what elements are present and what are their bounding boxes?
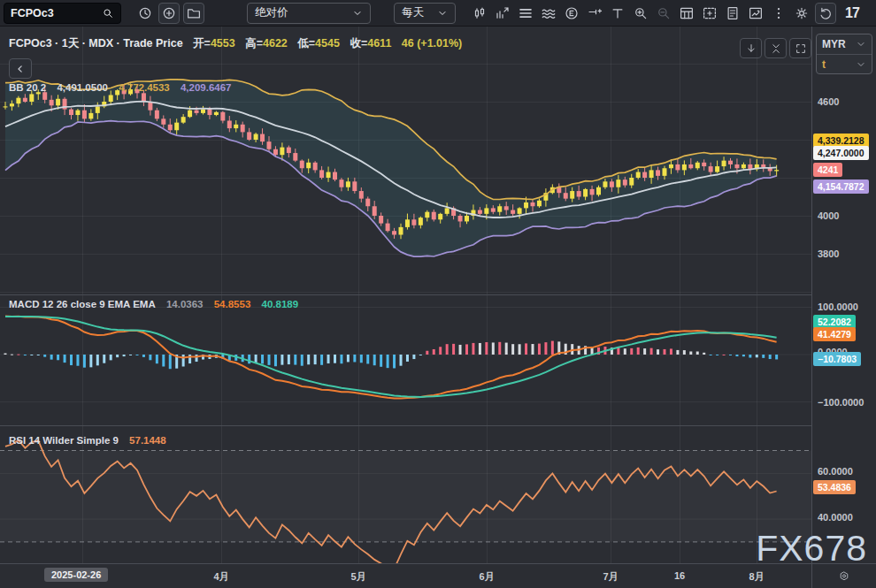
bb-legend[interactable]: BB 20 2 4,491.0500 4,772.4533 4,209.6467 [9, 82, 239, 93]
price-axis-badge: 4241 [813, 163, 842, 177]
zoom-out-button[interactable] [654, 4, 673, 23]
crosshair-date-badge: 2025-02-26 [44, 568, 108, 582]
time-axis-label: 8月 [749, 570, 764, 584]
maximize-button[interactable] [789, 38, 811, 58]
rsi-value: 57.1448 [129, 435, 166, 446]
chart-export-button[interactable] [746, 4, 765, 23]
folder-icon [186, 5, 202, 21]
macd-axis-badge: −10.7803 [813, 352, 861, 366]
chevron-down-icon [856, 59, 866, 70]
rsi-legend-name: RSI 14 Wilder Simple 9 [9, 435, 119, 446]
collapse-button[interactable] [765, 38, 787, 58]
toolbar-right-buttons [468, 3, 838, 24]
price-tick: 3800 [818, 248, 839, 260]
candles-icon [472, 5, 488, 21]
time-axis-label: 7月 [603, 570, 618, 584]
rsi-legend[interactable]: RSI 14 Wilder Simple 9 57.1448 [9, 435, 174, 446]
chart-region: FCPOc3 · 1天 · MDX · Trade Price 开=4553 高… [0, 27, 876, 588]
clock-icon [137, 5, 153, 21]
bb-lower-value: 4,209.6467 [181, 82, 232, 93]
back-button[interactable] [9, 58, 32, 79]
search-icon [102, 7, 114, 19]
price-mode-value: 绝对价 [255, 5, 288, 20]
circle-e-button[interactable] [562, 4, 581, 23]
chevron-down-icon [352, 8, 363, 19]
macd-legend[interactable]: MACD 12 26 close 9 EMA EMA 14.0363 54.85… [9, 299, 306, 309]
time-axis-label: 5月 [350, 570, 365, 584]
bb-basis-value: 4,491.0500 [57, 82, 108, 93]
pane-buttons [740, 38, 814, 58]
alert-add-button[interactable] [585, 4, 604, 23]
time-axis-label: 16 [674, 570, 685, 581]
low-label: 低= [297, 37, 315, 50]
close-label: 收= [350, 37, 367, 50]
macd-axis-badge: 41.4279 [813, 327, 856, 341]
arrow-down-button[interactable] [740, 38, 762, 58]
text-tool-button[interactable] [608, 4, 627, 23]
price-tick: 4000 [818, 210, 839, 222]
currency-select[interactable]: MYR [817, 34, 872, 54]
layers-icon [518, 5, 534, 21]
price-axis-badge: 4,154.7872 [813, 179, 869, 194]
plus-circle-button[interactable] [158, 3, 180, 24]
macd-line-value: 54.8553 [214, 299, 251, 309]
rsi-tick: 60.0000 [818, 465, 853, 477]
zoom-out-icon [656, 5, 672, 21]
more-dots-button[interactable] [769, 4, 788, 23]
compare-icon [495, 5, 511, 21]
folder-button[interactable] [183, 3, 204, 24]
indicators-waves-button[interactable] [539, 4, 558, 23]
tradingview-logo[interactable]: 17 [845, 5, 859, 21]
close-value: 4611 [367, 37, 391, 50]
change-value: 46 (+1.01%) [402, 37, 462, 50]
chevron-down-icon [856, 39, 866, 50]
bb-legend-name: BB 20 2 [9, 82, 46, 93]
macd-tick: 100.0000 [818, 301, 858, 313]
symbol-info-row[interactable]: FCPOc3 · 1天 · MDX · Trade Price 开=4553 高… [9, 36, 462, 51]
macd-signal-value: 40.8189 [262, 299, 299, 309]
chevron-down-icon [437, 8, 448, 19]
chart-export-icon [748, 5, 764, 21]
undo-icon [818, 5, 834, 21]
symbol-search-value: FCPOc3 [11, 7, 54, 19]
time-axis-label: 4月 [213, 570, 228, 584]
price-axis[interactable]: MYR t 460040003800100.00000.0000−100.000… [811, 27, 876, 563]
zoom-in-button[interactable] [631, 4, 650, 23]
trading-app: FCPOc3 绝对价 每天 17 FCPOc3 · 1天 · MDX · Tra… [0, 0, 876, 588]
symbol-search[interactable]: FCPOc3 [4, 3, 121, 24]
interval-select[interactable]: 每天 [394, 3, 456, 24]
price-tick: 4600 [818, 95, 839, 108]
macd-legend-name: MACD 12 26 close 9 EMA EMA [9, 299, 156, 309]
table-icon [679, 5, 695, 21]
open-value: 4553 [211, 37, 235, 50]
candles-button[interactable] [470, 4, 489, 23]
maximize-icon [795, 42, 807, 55]
currency-unit-selector[interactable]: MYR t [816, 34, 872, 74]
layers-button[interactable] [516, 4, 535, 23]
publish-button[interactable] [723, 4, 742, 23]
macd-hist-value: 14.0363 [166, 299, 204, 309]
circle-e-icon [564, 5, 580, 21]
axis-settings-icon [838, 570, 850, 583]
clock-button[interactable] [135, 4, 155, 23]
arrow-down-icon [745, 42, 757, 55]
macd-tick: −100.0000 [818, 396, 864, 409]
currency-value: MYR [822, 38, 846, 50]
plus-circle-icon [161, 5, 177, 21]
table-button[interactable] [677, 4, 696, 23]
collapse-icon [770, 42, 782, 55]
bb-upper-value: 4,772.4533 [119, 82, 170, 93]
high-value: 4622 [263, 37, 288, 50]
settings-gear-button[interactable] [792, 4, 811, 23]
publish-icon [725, 5, 741, 21]
time-axis-label: 6月 [479, 570, 494, 584]
time-axis[interactable]: 2025-02-26 4月5月6月7月168月 [0, 563, 811, 588]
compare-button[interactable] [493, 4, 512, 23]
price-mode-select[interactable]: 绝对价 [247, 3, 371, 24]
top-toolbar: FCPOc3 绝对价 每天 17 [0, 0, 876, 27]
snapshot-button[interactable] [700, 4, 719, 23]
rsi-tick: 40.0000 [818, 511, 853, 523]
undo-button[interactable] [815, 3, 836, 24]
settings-gear-icon [794, 5, 810, 21]
unit-select[interactable]: t [817, 54, 872, 73]
